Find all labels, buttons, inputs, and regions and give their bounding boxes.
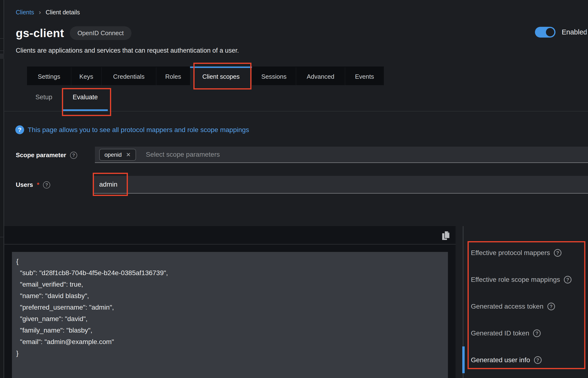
help-icon[interactable]: ? [533, 329, 541, 337]
side-tab-generated-access-token[interactable]: Generated access token ? [471, 301, 555, 312]
page-description: Clients are applications and services th… [16, 47, 239, 54]
nav-divider [0, 38, 4, 39]
required-asterisk: * [37, 181, 39, 189]
tab-roles[interactable]: Roles [156, 67, 190, 85]
breadcrumb: Clients › Client details [16, 9, 80, 16]
scope-chip-openid[interactable]: openid ✕ [99, 149, 136, 161]
code-line: } [16, 348, 448, 359]
users-label: Users [16, 181, 33, 189]
breadcrumb-current: Client details [46, 9, 80, 16]
help-icon[interactable]: ? [554, 249, 562, 257]
info-banner-text: This page allows you to see all protocol… [28, 126, 249, 134]
scope-parameter-label: Scope parameter [16, 151, 66, 159]
subtab-setup[interactable]: Setup [25, 85, 63, 111]
side-tab-effective-role-scope-mappings[interactable]: Effective role scope mappings ? [471, 274, 572, 285]
code-line: "email_verified": true, [16, 279, 448, 290]
protocol-badge: OpenID Connect [70, 26, 131, 40]
chevron-right-icon: › [39, 9, 41, 16]
scope-parameter-input[interactable]: openid ✕ Select scope parameters [95, 147, 588, 163]
chip-label: openid [104, 151, 122, 158]
code-line: "given_name": "david", [16, 313, 448, 325]
page-title: gs-client [16, 27, 64, 40]
panel-divider [4, 244, 456, 244]
users-input-value: admin [99, 176, 117, 193]
side-tab-label: Generated user info [471, 356, 530, 364]
code-line: "email": "admin@example.com" [16, 336, 448, 348]
toggle-knob [546, 28, 554, 36]
users-input[interactable]: admin [93, 176, 588, 194]
generated-user-info-code[interactable]: { "sub": "d28f1cb8-704b-4f5e-b24e-0385af… [12, 252, 448, 378]
info-banner: ? This page allows you to see all protoc… [15, 125, 249, 134]
client-scopes-subtabs: Setup Evaluate [4, 85, 588, 111]
copy-button[interactable] [440, 230, 451, 242]
tab-sessions[interactable]: Sessions [252, 67, 296, 85]
side-tab-effective-protocol-mappers[interactable]: Effective protocol mappers ? [471, 248, 562, 258]
tab-client-scopes[interactable]: Client scopes [190, 67, 252, 85]
header: gs-client OpenID Connect [16, 26, 131, 40]
left-nav-sliver [0, 0, 4, 378]
generated-result-panel: { "sub": "d28f1cb8-704b-4f5e-b24e-0385af… [4, 226, 456, 378]
enabled-label: Enabled [562, 28, 587, 36]
side-tab-generated-id-token[interactable]: Generated ID token ? [471, 328, 541, 338]
side-tab-label: Effective role scope mappings [471, 276, 560, 284]
code-line: "name": "david blasby", [16, 290, 448, 302]
tab-keys[interactable]: Keys [71, 67, 102, 85]
help-icon[interactable]: ? [564, 276, 572, 284]
tab-credentials[interactable]: Credentials [102, 67, 156, 85]
side-tab-label: Generated ID token [471, 329, 529, 337]
users-label-row: Users * ? [16, 181, 50, 189]
nav-divider [0, 51, 4, 51]
scope-parameter-label-row: Scope parameter ? [16, 151, 77, 159]
client-details-page: { "breadcrumb": { "items": [ { "label": … [0, 0, 588, 378]
copy-icon [442, 231, 450, 241]
tab-events[interactable]: Events [345, 67, 384, 85]
help-icon[interactable]: ? [547, 303, 555, 310]
subtab-evaluate[interactable]: Evaluate [63, 85, 108, 111]
active-side-tab-indicator [462, 346, 465, 373]
remove-chip-icon[interactable]: ✕ [126, 152, 131, 158]
breadcrumb-link-clients[interactable]: Clients [16, 9, 34, 16]
code-line: { [16, 256, 448, 267]
nav-divider [0, 237, 4, 237]
enabled-toggle[interactable] [535, 27, 555, 38]
help-icon[interactable]: ? [43, 181, 50, 189]
side-tab-label: Generated access token [471, 303, 544, 310]
code-line: "family_name": "blasby", [16, 325, 448, 336]
side-tab-generated-user-info[interactable]: Generated user info ? [471, 355, 542, 365]
client-tabs: Settings Keys Credentials Roles Client s… [27, 67, 384, 85]
info-help-icon[interactable]: ? [15, 125, 24, 134]
tab-settings[interactable]: Settings [27, 67, 71, 85]
code-line: "sub": "d28f1cb8-704b-4f5e-b24e-0385af13… [16, 267, 448, 279]
help-icon[interactable]: ? [70, 152, 77, 159]
nav-item-highlight [0, 54, 4, 59]
help-icon[interactable]: ? [534, 356, 542, 364]
scope-parameter-placeholder: Select scope parameters [146, 147, 220, 162]
side-tab-label: Effective protocol mappers [471, 249, 550, 257]
code-line: "preferred_username": "admin", [16, 302, 448, 313]
tab-advanced[interactable]: Advanced [296, 67, 345, 85]
